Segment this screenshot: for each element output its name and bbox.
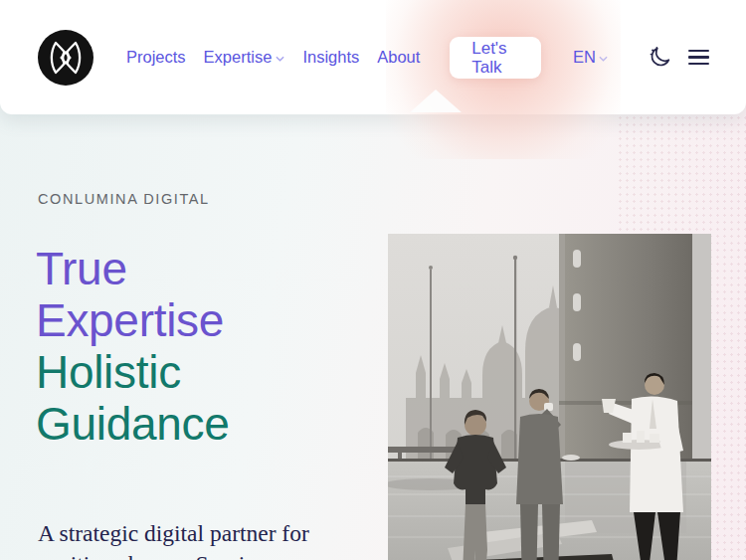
hero-heading: True Expertise Holistic Guidance: [36, 243, 230, 450]
nav-link-insights[interactable]: Insights: [302, 48, 359, 67]
lets-talk-button[interactable]: Let's Talk: [450, 37, 541, 79]
nav-link-about[interactable]: About: [377, 48, 420, 67]
nav-label: Projects: [126, 48, 186, 67]
heading-line: Holistic: [36, 346, 230, 398]
hero-lede: A strategic digital partner for positive…: [38, 518, 372, 560]
cta-glow-decoration: [386, 0, 621, 159]
nav-link-projects[interactable]: Projects: [126, 48, 186, 67]
hero-photo: [388, 234, 711, 560]
hero-eyebrow: CONLUMINA DIGITAL: [38, 191, 210, 207]
language-selector[interactable]: EN: [573, 48, 608, 67]
theme-toggle-button[interactable]: [648, 45, 672, 70]
main-navigation: Projects Expertise Insights About: [126, 48, 420, 67]
nav-label: Expertise: [204, 48, 273, 67]
chevron-down-icon: [599, 56, 608, 62]
hamburger-line: [688, 63, 709, 65]
site-header: Projects Expertise Insights About Let's …: [0, 0, 746, 114]
nav-link-expertise[interactable]: Expertise: [204, 48, 285, 67]
nav-label: Insights: [302, 48, 359, 67]
hamburger-menu-button[interactable]: [688, 50, 709, 65]
brand-logo[interactable]: [38, 30, 93, 86]
language-code: EN: [573, 48, 596, 67]
hamburger-line: [688, 50, 709, 52]
chevron-down-icon: [276, 56, 284, 62]
nav-label: About: [377, 48, 420, 67]
heading-line: True: [36, 243, 230, 294]
heading-line: Expertise: [36, 294, 230, 346]
heading-line: Guidance: [36, 398, 230, 450]
moon-stars-icon: [648, 45, 672, 70]
hamburger-line: [688, 56, 709, 58]
landing-page: Projects Expertise Insights About Let's …: [0, 0, 746, 560]
glow-triangle-decoration: [410, 90, 462, 112]
venice-photo-illustration: [388, 234, 711, 560]
lets-talk-label: Let's Talk: [471, 39, 519, 77]
logo-mark-icon: [38, 30, 93, 86]
